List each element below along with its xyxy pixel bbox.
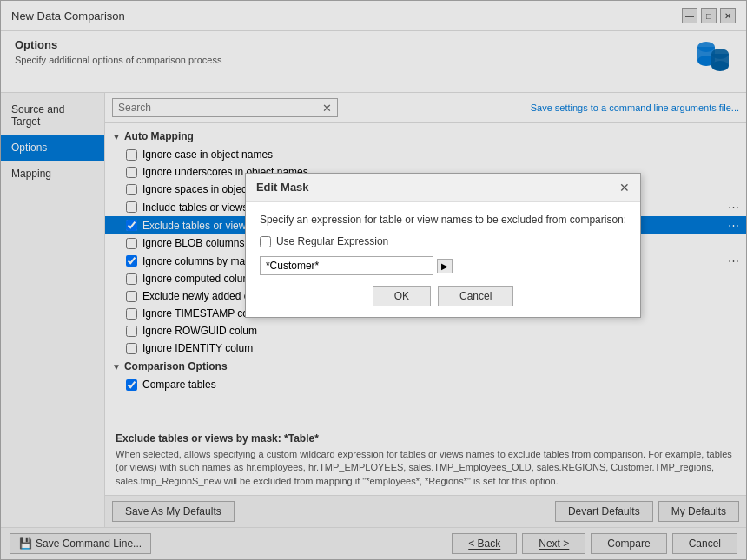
opt6-checkbox[interactable] [126, 238, 137, 249]
minimize-button[interactable]: — [682, 8, 697, 23]
use-regex-checkbox[interactable] [260, 236, 271, 247]
save-settings-link[interactable]: Save settings to a command line argument… [531, 102, 739, 113]
modal-regex-row: Use Regular Expression [260, 235, 626, 247]
opt3-checkbox[interactable] [126, 184, 137, 195]
maximize-button[interactable]: □ [701, 8, 717, 23]
list-item[interactable]: Compare tables [105, 376, 746, 393]
modal-close-button[interactable]: ✕ [619, 181, 630, 194]
opt5-checkbox[interactable] [126, 220, 137, 231]
opt9-checkbox[interactable] [126, 291, 137, 302]
modal-body: Specify an expression for table or view … [246, 202, 640, 318]
save-icon: 💾 [19, 537, 32, 550]
modal-ok-button[interactable]: OK [373, 286, 431, 306]
sidebar-item-source-target[interactable]: Source and Target [1, 96, 104, 135]
opt10-checkbox[interactable] [126, 308, 137, 320]
opt7-more-button[interactable]: ⋯ [728, 254, 739, 267]
description-area: Exclude tables or views by mask: *Table*… [105, 425, 746, 495]
opt8-checkbox[interactable] [126, 273, 137, 285]
back-button[interactable]: < Back [452, 533, 517, 554]
button-bar: Save As My Defaults Devart Defaults My D… [105, 495, 746, 527]
auto-mapping-header[interactable]: ▼ Auto Mapping [105, 127, 746, 146]
cancel-button[interactable]: Cancel [672, 533, 737, 554]
title-bar-controls: — □ ✕ [682, 8, 736, 23]
opt4-more-button[interactable]: ⋯ [728, 201, 739, 214]
window-title: New Data Comparison [11, 10, 125, 23]
page-description: Specify additional options of comparison… [15, 55, 221, 65]
save-command-line-button[interactable]: 💾 Save Command Line... [10, 533, 151, 554]
comparison-options-label: Comparison Options [124, 360, 228, 372]
sidebar-item-options[interactable]: Options [1, 135, 104, 161]
mask-input[interactable] [260, 256, 433, 275]
footer: 💾 Save Command Line... < Back Next > Com… [1, 527, 746, 559]
modal-input-row: ▶ [260, 256, 626, 275]
my-defaults-button[interactable]: My Defaults [658, 501, 739, 522]
search-input[interactable] [113, 99, 317, 116]
auto-mapping-label: Auto Mapping [124, 130, 194, 142]
sidebar: Source and Target Options Mapping [1, 93, 105, 527]
modal-cancel-button[interactable]: Cancel [438, 286, 513, 306]
page-title: Options [15, 38, 221, 51]
use-regex-label: Use Regular Expression [276, 235, 388, 247]
toolbar: ✕ Save settings to a command line argume… [105, 93, 746, 123]
sidebar-item-mapping[interactable]: Mapping [1, 161, 104, 187]
description-text: When selected, allows specifying a custo… [116, 448, 736, 488]
close-button[interactable]: ✕ [720, 8, 736, 23]
svg-point-5 [711, 61, 729, 71]
list-item[interactable]: Ignore ROWGUID colum [105, 322, 746, 339]
opt11-checkbox[interactable] [126, 326, 137, 337]
modal-title-bar: Edit Mask ✕ [246, 174, 640, 202]
search-clear-button[interactable]: ✕ [317, 100, 337, 116]
save-as-defaults-button[interactable]: Save As My Defaults [112, 501, 235, 522]
footer-nav-buttons: < Back Next > Compare Cancel [452, 533, 737, 554]
description-title: Exclude tables or views by mask: *Table* [116, 432, 736, 445]
next-button[interactable]: Next > [522, 533, 585, 554]
mask-dropdown-button[interactable]: ▶ [437, 259, 453, 273]
comparison-options-header[interactable]: ▼ Comparison Options [105, 357, 746, 376]
opt13-checkbox[interactable] [126, 379, 137, 391]
save-command-line-label: Save Command Line... [36, 537, 142, 550]
comparison-options-arrow: ▼ [112, 362, 121, 372]
opt4-checkbox[interactable] [126, 201, 137, 213]
list-item[interactable]: Ignore case in object names [105, 146, 746, 163]
devart-defaults-button[interactable]: Devart Defaults [555, 501, 653, 522]
modal-title-text: Edit Mask [256, 181, 309, 194]
opt2-checkbox[interactable] [126, 167, 137, 178]
list-item[interactable]: Ignore IDENTITY colum [105, 339, 746, 357]
opt5-more-button[interactable]: ⋯ [728, 219, 739, 232]
edit-mask-modal: Edit Mask ✕ Specify an expression for ta… [245, 173, 641, 319]
compare-button[interactable]: Compare [591, 533, 666, 554]
header-section: Options Specify additional options of co… [1, 31, 746, 93]
search-box: ✕ [112, 98, 338, 117]
title-bar: New Data Comparison — □ ✕ [1, 1, 746, 31]
auto-mapping-arrow: ▼ [112, 132, 121, 142]
modal-description: Specify an expression for table or view … [260, 213, 626, 227]
opt1-checkbox[interactable] [126, 149, 137, 161]
modal-buttons: OK Cancel [260, 286, 626, 306]
database-icon [694, 38, 732, 83]
opt12-checkbox[interactable] [126, 343, 137, 354]
opt7-checkbox[interactable] [126, 255, 137, 267]
